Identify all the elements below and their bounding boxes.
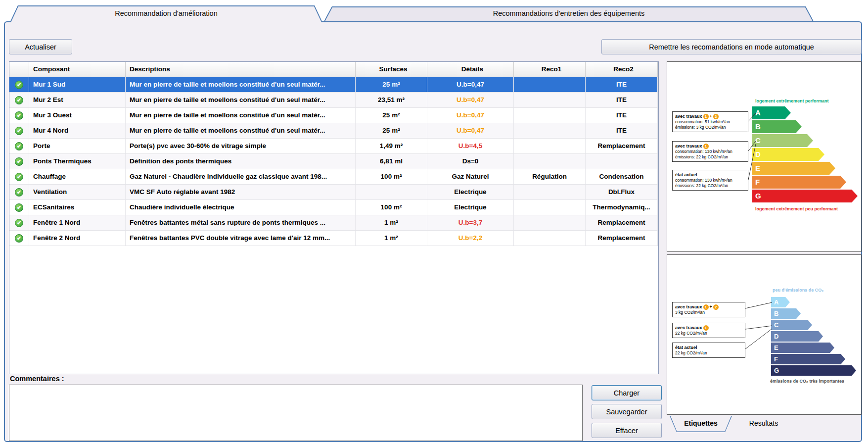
annotation-line: 22 kg CO2/m²/an <box>675 350 742 356</box>
row-reco2: Remplacement <box>586 215 658 230</box>
col-header-reco1[interactable]: Reco1 <box>514 62 586 77</box>
row-reco2: ITE <box>586 123 658 138</box>
row-description: Définition des ponts thermiques <box>126 154 356 169</box>
energy-annotation-1: avec travaux1+2consommation: 51 kwh/m²/a… <box>672 111 748 132</box>
row-composant: Fenêtre 1 Nord <box>29 215 126 230</box>
annotation-line: émissions: 22 kg CO2/m²/an <box>675 183 745 189</box>
co2-class-letter: C <box>771 320 812 330</box>
row-composant: Mur 1 Sud <box>29 77 126 92</box>
energy-class-letter: G <box>752 190 858 202</box>
row-reco1 <box>514 93 586 107</box>
table-row[interactable]: ✔PortePorte(s) pvc avec 30-60% de vitrag… <box>9 139 658 154</box>
col-header-surfaces[interactable]: Surfaces <box>356 62 427 77</box>
co2-annotation-2: avec travaux122 kg CO2/m²/an <box>672 323 745 338</box>
work-step-badge: 2 <box>713 114 719 119</box>
row-status-cell: ✔ <box>9 231 29 246</box>
table-row[interactable]: ✔VentilationVMC SF Auto réglable avant 1… <box>9 185 658 200</box>
col-header-details[interactable]: Détails <box>427 62 514 77</box>
row-details: U.b=0,47 <box>427 108 514 123</box>
row-description: Chaudière individuelle électrique <box>126 200 356 215</box>
row-surface: 1 m² <box>356 231 427 246</box>
row-reco1 <box>514 200 586 215</box>
col-header-composant[interactable]: Composant <box>29 62 126 77</box>
energy-class-bar-G: G <box>752 190 858 202</box>
table-row[interactable]: ✔Fenêtre 2 NordFenêtres battantes PVC do… <box>9 231 658 246</box>
work-step-badge: 2 <box>713 304 719 310</box>
tab-resultats[interactable]: Resultats <box>734 416 793 432</box>
row-reco1 <box>514 139 586 153</box>
col-header-descriptions[interactable]: Descriptions <box>126 62 356 77</box>
sauvegarder-button[interactable]: Sauvegarder <box>592 404 662 419</box>
row-reco2: ITE <box>586 93 658 107</box>
row-details: U.b=3,7 <box>427 215 514 230</box>
row-description: Mur en pierre de taille et moellons cons… <box>126 108 356 123</box>
col-header-status[interactable] <box>9 62 29 77</box>
row-description: Mur en pierre de taille et moellons cons… <box>126 93 356 107</box>
row-description: Mur en pierre de taille et moellons cons… <box>126 123 356 138</box>
row-details: Ds=0 <box>427 154 514 169</box>
row-reco2: ITE <box>586 108 658 123</box>
annotation-line: 3 kg CO2/m²/an <box>675 310 742 315</box>
co2-class-bar-B: B <box>771 308 801 319</box>
tab-etiquettes[interactable]: Etiquettes <box>670 416 732 432</box>
plus-separator: + <box>710 304 712 310</box>
row-surface: 25 m² <box>356 77 427 92</box>
row-surface: 25 m² <box>356 108 427 123</box>
annotation-title: avec travaux <box>675 304 702 310</box>
co2-chart-bottom-label: émissions de CO₂ très importantes <box>770 379 844 384</box>
co2-class-bar-F: F <box>771 354 845 364</box>
actualiser-button[interactable]: Actualiser <box>9 39 72 54</box>
table-row[interactable]: ✔ChauffageGaz Naturel - Chaudière indivi… <box>9 169 658 185</box>
reset-auto-recommendations-button[interactable]: Remettre les recomandations en mode auto… <box>601 39 862 54</box>
row-details: U.b=4,5 <box>427 139 514 153</box>
row-surface: 1 m² <box>356 215 427 230</box>
co2-class-letter: F <box>771 354 845 364</box>
work-step-badge: 1 <box>703 304 709 310</box>
check-icon: ✔ <box>15 142 23 150</box>
table-row[interactable]: ✔Mur 4 NordMur en pierre de taille et mo… <box>9 123 658 139</box>
check-icon: ✔ <box>15 96 23 104</box>
row-composant: ECSanitaires <box>29 200 126 215</box>
comments-textarea[interactable] <box>9 385 583 441</box>
tab-recommandation-amelioration[interactable]: Recommandation d'amélioration <box>10 5 322 22</box>
energy-class-letter: B <box>752 120 802 133</box>
col-header-reco2[interactable]: Reco2 <box>586 62 658 77</box>
row-reco1 <box>514 77 586 92</box>
co2-class-letter: B <box>771 308 801 319</box>
co2-annotation-1: avec travaux1+23 kg CO2/m²/an <box>672 302 745 317</box>
row-reco2: Remplacement <box>586 231 658 246</box>
row-reco1 <box>514 123 586 138</box>
energy-class-bar-A: A <box>752 106 791 119</box>
row-surface <box>356 185 427 199</box>
row-reco1 <box>514 108 586 123</box>
tab-recommandations-entretien[interactable]: Recommandations d'entretien des équipeme… <box>324 6 814 21</box>
check-icon: ✔ <box>15 81 23 89</box>
row-status-cell: ✔ <box>9 169 29 184</box>
row-status-cell: ✔ <box>9 200 29 215</box>
co2-class-bar-G: G <box>771 365 856 376</box>
row-details: Electrique <box>427 200 514 215</box>
row-status-cell: ✔ <box>9 123 29 138</box>
row-status-cell: ✔ <box>9 77 29 92</box>
energy-chart-bottom-label: logement extrêmement peu performant <box>755 206 838 211</box>
row-description: Porte(s) pvc avec 30-60% de vitrage simp… <box>126 139 356 153</box>
table-row[interactable]: ✔ECSanitairesChaudière individuelle élec… <box>9 200 658 215</box>
charger-button[interactable]: Charger <box>592 385 662 400</box>
row-description: Mur en pierre de taille et moellons cons… <box>126 77 356 92</box>
annotation-line: émissions: 3 kg CO2/m²/an <box>675 125 745 130</box>
table-row[interactable]: ✔Ponts ThermiquesDéfinition des ponts th… <box>9 154 658 169</box>
table-row[interactable]: ✔Mur 1 SudMur en pierre de taille et moe… <box>9 77 658 93</box>
app-window: Recommandation d'amélioration Recommanda… <box>0 0 868 445</box>
co2-class-bar-D: D <box>771 331 823 342</box>
co2-annotation-3: état actuel22 kg CO2/m²/an <box>672 343 745 358</box>
row-reco2: Dbl.Flux <box>586 185 658 199</box>
table-row[interactable]: ✔Mur 3 OuestMur en pierre de taille et m… <box>9 108 658 123</box>
table-row[interactable]: ✔Fenêtre 1 NordFenêtres battantes métal … <box>9 215 658 231</box>
check-icon: ✔ <box>15 203 23 212</box>
effacer-button[interactable]: Effacer <box>592 423 662 438</box>
table-row[interactable]: ✔Mur 2 EstMur en pierre de taille et moe… <box>9 93 658 108</box>
row-surface: 100 m² <box>356 200 427 215</box>
row-details: Gaz Naturel <box>427 169 514 184</box>
co2-label-chart: peu d'émissions de CO₂ émissions de CO₂ … <box>667 254 862 415</box>
annotation-line: consommation: 51 kwh/m²/an <box>675 119 745 125</box>
